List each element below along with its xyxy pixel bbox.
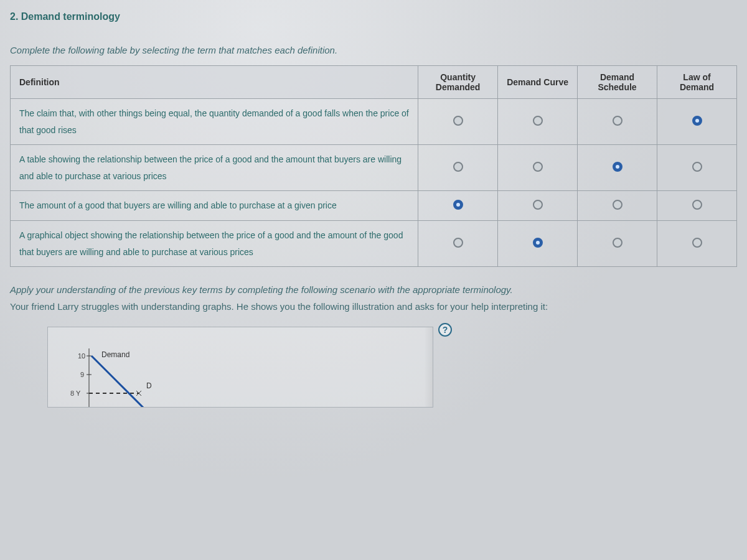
- definition-cell: A table showing the relationship between…: [11, 145, 418, 191]
- radio-cell: [418, 191, 498, 221]
- radio-cell: [578, 191, 657, 221]
- radio-option[interactable]: [613, 238, 622, 248]
- radio-cell: [578, 99, 657, 145]
- radio-cell: [418, 220, 498, 266]
- definition-cell: A graphical object showing the relations…: [11, 220, 418, 266]
- radio-option[interactable]: [613, 162, 622, 172]
- radio-cell: [498, 145, 578, 191]
- col-header-law-of-demand: Law of Demand: [657, 66, 737, 99]
- radio-cell: [657, 220, 737, 266]
- radio-cell: [578, 145, 657, 191]
- table-row: A graphical object showing the relations…: [11, 220, 737, 266]
- svg-line-7: [92, 356, 151, 408]
- radio-option[interactable]: [453, 238, 463, 248]
- ytick-9: 9: [80, 371, 84, 378]
- point-label-d: D: [146, 381, 152, 390]
- radio-option[interactable]: [533, 200, 543, 210]
- series-label-demand: Demand: [101, 350, 129, 359]
- ytick-8: 8 Y: [70, 390, 81, 397]
- radio-option[interactable]: [692, 238, 702, 248]
- col-header-demand-curve: Demand Curve: [498, 66, 578, 99]
- radio-option[interactable]: [692, 162, 702, 172]
- radio-option[interactable]: [453, 116, 463, 126]
- table-instruction: Complete the following table by selectin…: [10, 45, 737, 55]
- section-title: 2. Demand terminology: [10, 11, 737, 22]
- radio-option[interactable]: [453, 162, 463, 172]
- chart-svg: 10 9 8 Y Demand D: [64, 348, 413, 408]
- radio-option[interactable]: [613, 116, 622, 126]
- radio-cell: [657, 145, 737, 191]
- scenario-instruction: Apply your understanding of the previous…: [10, 284, 737, 295]
- radio-cell: [657, 191, 737, 221]
- radio-cell: [657, 99, 737, 145]
- radio-cell: [418, 99, 498, 145]
- table-row: The amount of a good that buyers are wil…: [11, 191, 737, 221]
- radio-cell: [578, 220, 657, 266]
- demand-chart: 10 9 8 Y Demand D: [47, 327, 433, 408]
- definition-cell: The claim that, with other things being …: [11, 99, 418, 145]
- radio-cell: [498, 220, 578, 266]
- radio-option[interactable]: [692, 200, 702, 210]
- radio-option[interactable]: [533, 162, 543, 172]
- definitions-table: Definition Quantity Demanded Demand Curv…: [10, 65, 737, 267]
- col-header-qty-demanded: Quantity Demanded: [418, 66, 498, 99]
- radio-cell: [498, 99, 578, 145]
- help-icon[interactable]: ?: [438, 323, 452, 337]
- table-row: A table showing the relationship between…: [11, 145, 737, 191]
- table-row: The claim that, with other things being …: [11, 99, 737, 145]
- radio-option[interactable]: [453, 200, 463, 210]
- definition-cell: The amount of a good that buyers are wil…: [11, 191, 418, 221]
- radio-option[interactable]: [613, 200, 622, 210]
- radio-option[interactable]: [533, 116, 543, 126]
- radio-option[interactable]: [533, 238, 543, 248]
- radio-cell: [498, 191, 578, 221]
- radio-option[interactable]: [692, 116, 702, 126]
- radio-cell: [418, 145, 498, 191]
- col-header-demand-schedule: Demand Schedule: [578, 66, 657, 99]
- scenario-context: Your friend Larry struggles with underst…: [10, 301, 737, 312]
- chart-container: ? 10 9 8 Y Demand D: [47, 327, 446, 408]
- ytick-10: 10: [78, 352, 85, 360]
- col-header-definition: Definition: [11, 66, 418, 99]
- chart-shadow-edge: [424, 327, 433, 407]
